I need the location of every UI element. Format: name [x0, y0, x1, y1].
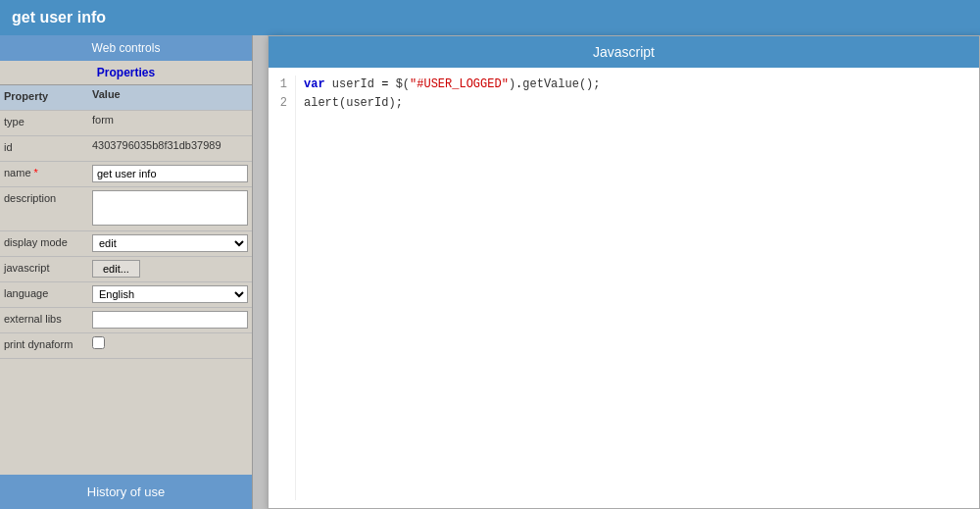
properties-header: Properties [0, 61, 252, 85]
col-header-property: Property [0, 85, 88, 107]
js-panel: Javascript 1 2 var userId = $("#USER_LOG… [268, 35, 980, 509]
prop-row-name: name [0, 162, 252, 187]
line-number-1: 1 [272, 76, 287, 94]
js-panel-header: Javascript [269, 36, 979, 68]
display-mode-select[interactable]: edit view disabled [92, 234, 248, 252]
left-panel: Web controls Properties Property Value t… [0, 35, 253, 509]
web-controls-header[interactable]: Web controls [0, 35, 252, 61]
prop-row-external-libs: external libs [0, 308, 252, 333]
prop-row-display-mode: display mode edit view disabled [0, 231, 252, 257]
language-select[interactable]: English Spanish French German [92, 285, 248, 303]
description-textarea[interactable] [92, 190, 248, 226]
prop-row-type: type form [0, 111, 252, 136]
name-input[interactable] [92, 165, 248, 182]
code-content: var userId = $("#USER_LOGGED").getValue(… [304, 76, 975, 500]
print-dynaform-checkbox[interactable] [92, 336, 105, 349]
right-area: te: hid Javascript 1 [253, 35, 980, 509]
title-bar: get user info [0, 0, 980, 35]
history-of-use-button[interactable]: History of use [0, 475, 252, 509]
prop-row-description: description [0, 187, 252, 231]
col-header-value: Value [88, 85, 252, 103]
page-title: get user info [12, 9, 106, 26]
js-editor[interactable]: 1 2 var userId = $("#USER_LOGGED").getVa… [269, 68, 979, 508]
javascript-edit-button[interactable]: edit... [92, 260, 140, 278]
prop-row-print-dynaform: print dynaform [0, 333, 252, 359]
line-number-2: 2 [272, 94, 287, 113]
properties-table: type form id 4303796035b8f31db37989 name… [0, 111, 252, 475]
js-modal: Javascript 1 2 var userId = $("#USER_LOG… [253, 35, 980, 509]
line-numbers: 1 2 [272, 76, 296, 500]
external-libs-input[interactable] [92, 311, 248, 329]
prop-row-javascript: javascript edit... [0, 257, 252, 282]
prop-row-language: language English Spanish French German [0, 282, 252, 308]
prop-row-id: id 4303796035b8f31db37989 [0, 136, 252, 162]
